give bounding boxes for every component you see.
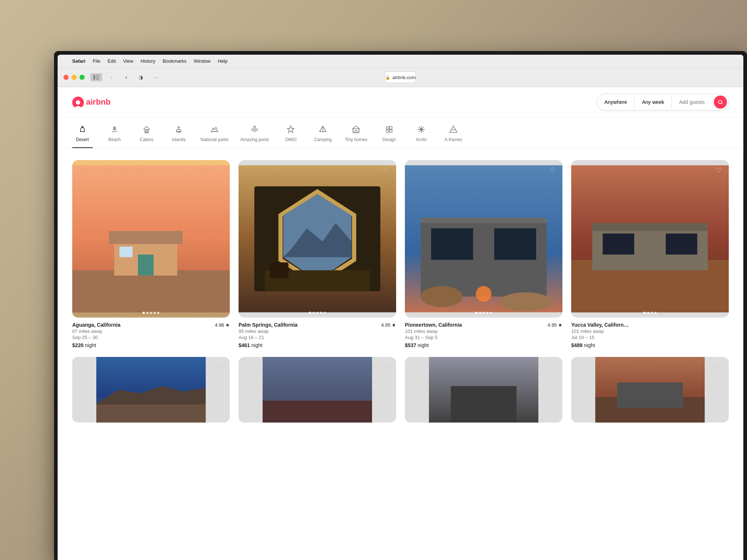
close-button[interactable] — [63, 75, 69, 80]
omg-icon — [286, 125, 295, 134]
airbnb-logo[interactable]: airbnb — [72, 96, 111, 108]
svg-line-5 — [721, 103, 723, 104]
svg-rect-59 — [451, 386, 516, 423]
search-bar[interactable]: Anywhere Any week Add guests — [597, 94, 729, 110]
maximize-button[interactable] — [80, 75, 85, 80]
listing-card-2[interactable]: ♡ Palm Springs, California 4.95 ★ — [239, 160, 396, 348]
wishlist-button-2[interactable]: ♡ — [380, 164, 392, 176]
menu-safari[interactable]: Safari — [72, 58, 85, 64]
category-national-parks[interactable]: National parks — [201, 125, 229, 148]
design-icon — [385, 125, 394, 134]
svg-point-46 — [499, 292, 552, 311]
category-desert[interactable]: Desert — [72, 125, 93, 148]
search-add-guests[interactable]: Add guests — [672, 96, 712, 109]
category-design[interactable]: Design — [379, 125, 399, 148]
listing-card-3[interactable]: ♡ Pioneertown, California 4.95 ★ — [405, 160, 562, 348]
menu-bookmarks[interactable]: Bookmarks — [163, 58, 186, 64]
search-anywhere[interactable]: Anywhere — [597, 96, 635, 109]
menu-window[interactable]: Window — [194, 58, 210, 64]
macos-menubar: Safari File Edit View History Bookmarks … — [58, 55, 743, 68]
svg-point-11 — [176, 129, 181, 132]
category-omg[interactable]: OMG! — [280, 125, 301, 148]
wishlist-button-1[interactable]: ♡ — [214, 164, 225, 176]
category-national-parks-label: National parks — [201, 137, 229, 142]
listing-image-6: ♡ — [239, 357, 396, 423]
svg-rect-33 — [120, 247, 133, 257]
back-button[interactable]: ‹ — [107, 72, 117, 82]
menu-help[interactable]: Help — [218, 58, 228, 64]
wishlist-button-5[interactable]: ♡ — [214, 361, 225, 373]
category-arctic[interactable]: Arctic — [411, 125, 431, 148]
listing-rating-1: 4.96 ★ — [215, 322, 230, 328]
category-cabins[interactable]: Cabins — [136, 125, 157, 148]
svg-rect-51 — [592, 223, 708, 231]
listing-card-1[interactable]: ♡ Aguanga, California 4.96 ★ — [72, 160, 230, 348]
svg-point-4 — [719, 100, 722, 104]
listing-card-8[interactable]: ♡ — [571, 357, 729, 427]
forward-button[interactable]: › — [121, 72, 131, 82]
svg-point-12 — [253, 126, 256, 128]
menu-file[interactable]: File — [93, 58, 100, 64]
svg-rect-44 — [494, 228, 536, 260]
traffic-lights — [63, 75, 85, 80]
svg-point-45 — [421, 286, 462, 307]
category-tiny-homes[interactable]: Tiny homes — [345, 125, 367, 148]
category-camping[interactable]: Camping — [313, 125, 333, 148]
category-beach[interactable]: Beach — [104, 125, 125, 148]
aframes-icon — [449, 125, 458, 134]
search-button[interactable] — [714, 96, 727, 109]
listing-location-4: Yucca Valley, Californ… — [571, 322, 629, 328]
address-bar[interactable]: 🔒 airbnb.com — [385, 71, 416, 83]
svg-rect-31 — [109, 231, 183, 244]
svg-rect-2 — [96, 77, 99, 78]
more-icon[interactable]: ··· — [150, 72, 160, 82]
svg-rect-57 — [263, 401, 372, 423]
listing-card-4[interactable]: ♡ Yucca Valley, Californ… — [571, 160, 729, 348]
listing-dates-3: Aug 31 – Sep 5 — [405, 335, 562, 340]
listing-location-1: Aguanga, California — [72, 322, 120, 328]
wishlist-button-6[interactable]: ♡ — [380, 361, 392, 373]
wishlist-button-3[interactable]: ♡ — [546, 164, 558, 176]
wishlist-button-4[interactable]: ♡ — [713, 164, 724, 176]
listing-image-1: ♡ — [72, 160, 230, 318]
url-text: airbnb.com — [392, 75, 416, 80]
category-arctic-label: Arctic — [416, 137, 427, 142]
svg-rect-62 — [617, 382, 683, 408]
category-amazing-pools[interactable]: Amazing pools — [240, 125, 269, 148]
listing-image-3: ♡ — [405, 160, 562, 318]
wishlist-button-8[interactable]: ♡ — [713, 361, 724, 373]
category-islands[interactable]: Islands — [169, 125, 189, 148]
listing-dates-4: Jul 10 – 15 — [571, 335, 729, 340]
airbnb-page: airbnb Anywhere Any week Add guests — [58, 87, 743, 560]
svg-rect-55 — [96, 404, 206, 423]
menu-view[interactable]: View — [123, 58, 133, 64]
browser-chrome: ‹ › ◑ ··· 🔒 airbnb.com — [58, 68, 743, 87]
listing-location-2: Palm Springs, California — [239, 322, 298, 328]
brightness-icon[interactable]: ◑ — [136, 72, 146, 82]
search-any-week[interactable]: Any week — [635, 96, 672, 109]
listing-image-7: ♡ — [405, 357, 562, 423]
listing-image-5: ♡ — [72, 357, 230, 423]
svg-rect-32 — [138, 254, 154, 276]
svg-rect-10 — [146, 131, 147, 133]
svg-point-47 — [476, 286, 491, 302]
image-dots-1 — [143, 312, 159, 314]
svg-rect-3 — [96, 79, 99, 79]
listings-grid: ♡ Aguanga, California 4.96 ★ — [58, 148, 743, 439]
listing-price-3: $537 night — [405, 342, 562, 348]
wishlist-button-7[interactable]: ♡ — [546, 361, 558, 373]
listing-card-7[interactable]: ♡ — [405, 357, 562, 427]
menu-edit[interactable]: Edit — [108, 58, 116, 64]
listing-price-2: $461 night — [239, 342, 396, 348]
sidebar-toggle-button[interactable] — [90, 73, 102, 81]
cabins-icon — [142, 125, 151, 134]
minimize-button[interactable] — [71, 75, 77, 80]
listing-price-1: $220 night — [72, 342, 230, 348]
listing-card-5[interactable]: ♡ — [72, 357, 230, 427]
listing-card-6[interactable]: ♡ — [239, 357, 396, 427]
category-islands-label: Islands — [172, 137, 186, 142]
listing-price-4: $489 night — [571, 342, 729, 348]
category-amazing-pools-label: Amazing pools — [240, 137, 269, 142]
category-aframes[interactable]: A-frames — [443, 125, 464, 148]
menu-history[interactable]: History — [140, 58, 155, 64]
